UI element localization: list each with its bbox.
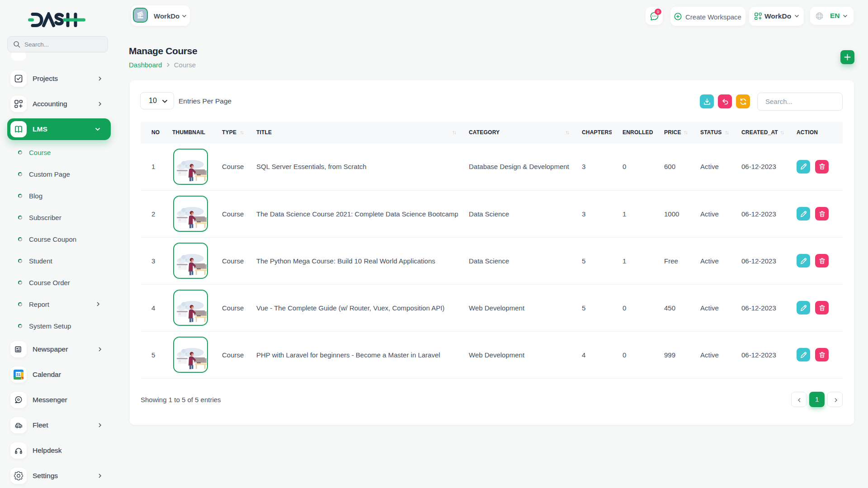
svg-text:31: 31: [16, 372, 21, 377]
